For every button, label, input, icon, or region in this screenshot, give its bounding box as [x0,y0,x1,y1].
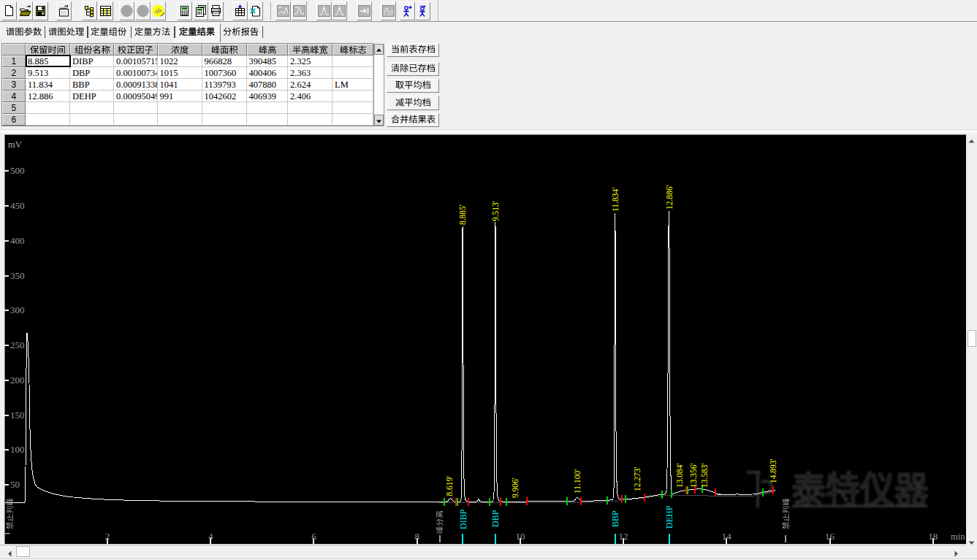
svg-text:4: 4 [208,531,213,542]
svg-text:12.886': 12.886' [665,185,674,210]
svg-text:14.893': 14.893' [769,459,778,483]
svg-text:13.084': 13.084' [675,463,684,488]
svg-text:9.513': 9.513' [491,201,500,221]
svg-text:250: 250 [10,340,25,350]
svg-text:50: 50 [10,479,20,490]
svg-text:mV: mV [8,139,22,150]
svg-text:500: 500 [10,165,25,176]
svg-text:BBP: BBP [610,510,620,527]
svg-text:10: 10 [515,531,525,542]
svg-text:min: min [951,532,965,542]
svg-text:11.100': 11.100' [573,469,582,494]
svg-text:16: 16 [825,531,835,542]
svg-text:100: 100 [10,444,25,455]
svg-text:12.273': 12.273' [633,467,642,491]
svg-text:2: 2 [105,531,110,542]
svg-text:12: 12 [619,531,628,542]
svg-text:13.356': 13.356' [689,463,698,488]
svg-text:150: 150 [10,410,25,421]
svg-text:350: 350 [10,270,25,281]
svg-text:300: 300 [10,304,25,315]
svg-text:450: 450 [10,200,25,211]
svg-text:18: 18 [928,531,938,542]
svg-text:DEHP: DEHP [664,505,674,529]
svg-text:DBP: DBP [490,510,501,527]
svg-text:8.619': 8.619' [445,476,454,496]
svg-text:6: 6 [311,531,316,542]
svg-text:14: 14 [722,531,732,542]
svg-text:8.885': 8.885' [458,204,467,225]
svg-text:11.834': 11.834' [611,188,620,212]
svg-text:9.906': 9.906' [511,477,520,498]
svg-text:8: 8 [414,531,419,542]
svg-text:400: 400 [10,235,25,246]
svg-text:200: 200 [10,375,25,386]
svg-text:DIBP: DIBP [458,509,468,529]
svg-text:13.583': 13.583' [700,463,709,488]
